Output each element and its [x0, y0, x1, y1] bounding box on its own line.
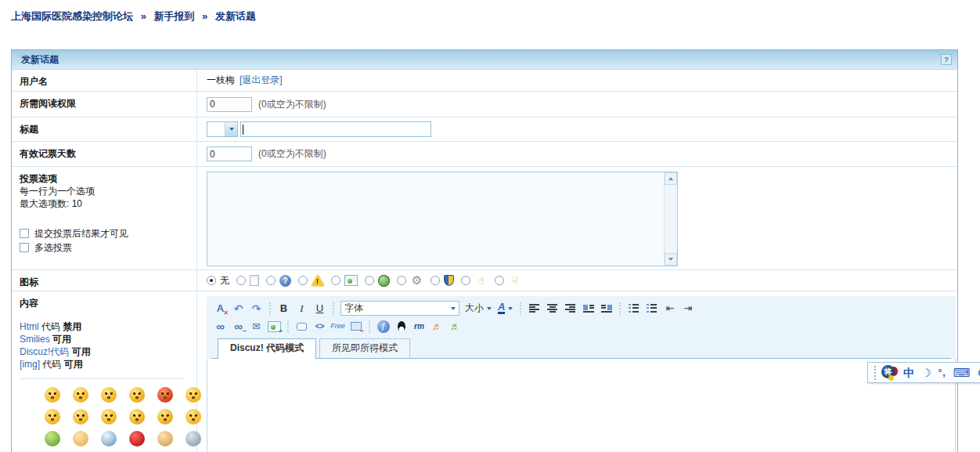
insert-image-button[interactable]: + [265, 319, 283, 334]
smiley-disdain-icon[interactable] [73, 409, 88, 425]
undo-button[interactable]: ↶ [229, 301, 247, 316]
breadcrumb-section-link[interactable]: 新手报到 [153, 10, 194, 22]
tab-discuz-code-mode[interactable]: Discuz! 代码模式 [218, 338, 316, 359]
icon-radio[interactable] [266, 276, 276, 285]
gear-icon-option[interactable]: ⚙ [397, 274, 423, 287]
link-icon: ∞ [216, 320, 225, 332]
smiley-grimace-icon[interactable] [157, 409, 173, 425]
ime-logo-icon[interactable]: 将 [881, 365, 896, 380]
title-category-select[interactable] [207, 121, 238, 137]
align-left-button[interactable] [525, 301, 543, 316]
align-right-button[interactable] [561, 301, 579, 316]
code-button[interactable]: <> [311, 319, 329, 334]
image-icon-option[interactable] [331, 275, 358, 286]
unlink-button[interactable]: ∞− [229, 319, 247, 334]
qq-button[interactable] [392, 319, 410, 334]
title-label: 标题 [12, 118, 197, 141]
smiley-giggle-icon[interactable] [101, 409, 117, 425]
scrollbar[interactable] [664, 172, 677, 266]
align-center-button[interactable] [543, 301, 561, 316]
link-button[interactable]: ∞ [211, 319, 229, 334]
email-button[interactable]: ✉ [247, 319, 265, 334]
free-button[interactable]: Free [329, 319, 347, 334]
smiley-handshake-icon[interactable] [157, 431, 173, 447]
question-icon-option[interactable] [266, 275, 291, 287]
poll-multichoice-option[interactable]: 多选投票 [20, 241, 190, 254]
logout-link[interactable]: [退出登录] [240, 74, 283, 87]
smiley-hug-icon[interactable] [45, 431, 60, 447]
underline-icon: U [316, 303, 323, 313]
shield-icon [444, 275, 454, 286]
editor-toolbar-row1: A✕↶↷BIU字体大小A⇤⇥ [211, 299, 951, 317]
float-left-button[interactable] [579, 301, 597, 316]
shield-icon-option[interactable] [431, 275, 454, 286]
unordered-list-button[interactable] [643, 301, 661, 316]
title-input[interactable] [240, 121, 431, 137]
thumb-down-icon-option[interactable]: ☟ [495, 274, 521, 287]
drag-handle[interactable] [874, 366, 876, 380]
font-size-select[interactable]: 大小 [462, 302, 495, 315]
underline-button[interactable]: U [311, 301, 329, 316]
indent-button[interactable]: ⇥ [679, 301, 697, 316]
chinese-mode-icon[interactable]: 中 [903, 367, 914, 378]
poll-days-input[interactable] [207, 146, 252, 161]
smiley-clock-icon[interactable] [101, 431, 117, 447]
chevron-down-icon[interactable] [225, 122, 237, 136]
redo-button[interactable]: ↷ [247, 301, 265, 316]
icon-radio[interactable] [397, 276, 406, 285]
icon-radio-none[interactable] [207, 276, 216, 285]
icon-radio[interactable] [495, 276, 504, 285]
globe-icon-option[interactable] [365, 275, 390, 287]
icon-radio[interactable] [236, 276, 246, 285]
poll-visible-after-vote-checkbox[interactable] [20, 229, 29, 238]
outdent-button[interactable]: ⇤ [661, 301, 679, 316]
smiley-kiss-lips-icon[interactable] [129, 431, 145, 447]
smiley-furious-icon[interactable] [157, 387, 173, 403]
hide-button[interactable]: − [347, 319, 365, 334]
poll-multichoice-checkbox[interactable] [20, 243, 29, 252]
punctuation-mode-icon[interactable]: °, [939, 368, 946, 378]
smiley-annoyed-icon[interactable] [129, 409, 145, 425]
breadcrumb-forum-link[interactable]: 上海国际医院感染控制论坛 [11, 10, 133, 22]
smiley-victory-icon[interactable] [73, 431, 88, 447]
rm-button[interactable]: rm [410, 319, 428, 334]
poll-options-textarea[interactable] [207, 172, 678, 266]
italic-button[interactable]: I [293, 301, 311, 316]
tab-wysiwyg-mode[interactable]: 所见即所得模式 [319, 338, 410, 358]
font-color-button[interactable]: A [495, 302, 516, 314]
float-right-button[interactable] [597, 301, 615, 316]
bold-button[interactable]: B [275, 301, 293, 316]
collapse-icon[interactable]: ? [941, 54, 952, 65]
soft-keyboard-icon[interactable]: ⌨ [953, 367, 971, 378]
page-icon-option[interactable] [236, 275, 259, 286]
smiley-biggrin-icon[interactable] [101, 387, 117, 403]
smiley-rolleyes-icon[interactable] [45, 387, 60, 403]
wma-button[interactable]: ♬ [428, 319, 446, 334]
icon-radio[interactable] [461, 276, 470, 285]
scroll-up-icon[interactable] [665, 172, 677, 185]
editor-text-area[interactable] [207, 359, 956, 452]
scroll-down-icon[interactable] [665, 253, 677, 266]
smiley-smile-icon[interactable] [45, 409, 60, 425]
icon-radio[interactable] [431, 276, 440, 285]
poll-visible-after-vote-option[interactable]: 提交投票后结果才可见 [20, 227, 190, 240]
icon-radio[interactable] [298, 276, 308, 285]
font-family-select[interactable]: 字体 [340, 301, 459, 316]
fullwidth-mode-icon[interactable]: ☽ [921, 367, 931, 378]
icon-option-none[interactable]: 无 [207, 274, 229, 287]
icon-radio[interactable] [331, 276, 340, 285]
ime-settings-icon[interactable]: ⚙⚙ [977, 367, 980, 378]
icon-radio[interactable] [365, 276, 374, 285]
flash-button[interactable]: ƒ [374, 319, 392, 334]
smiley-grid [20, 387, 190, 452]
breadcrumb-page-link[interactable]: 发新话题 [215, 10, 256, 22]
read-permission-input[interactable] [207, 97, 252, 112]
smiley-cry-icon[interactable] [129, 387, 145, 403]
warning-icon-option[interactable] [298, 275, 324, 286]
wav-button[interactable]: ♬ [446, 319, 464, 334]
remove-format-button[interactable]: A✕ [211, 301, 229, 316]
smiley-sad-icon[interactable] [73, 387, 88, 403]
quote-button[interactable] [293, 319, 311, 334]
thumb-up-icon-option[interactable]: ☝ [461, 274, 488, 287]
ordered-list-button[interactable] [625, 301, 643, 316]
